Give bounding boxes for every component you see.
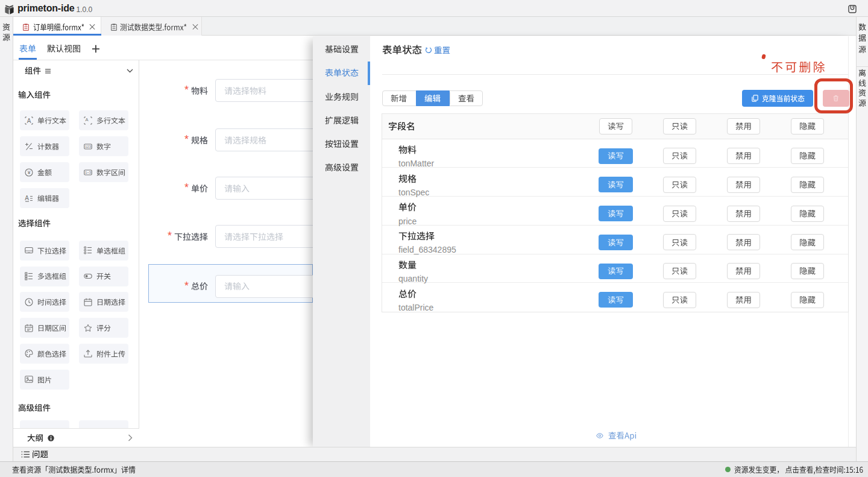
svg-text:123: 123 xyxy=(84,145,91,148)
svg-text:A: A xyxy=(27,117,31,124)
svg-text:1~3: 1~3 xyxy=(84,171,91,174)
svg-text:A: A xyxy=(25,194,29,201)
svg-text:¥: ¥ xyxy=(27,169,31,175)
svg-text:A: A xyxy=(85,117,88,122)
